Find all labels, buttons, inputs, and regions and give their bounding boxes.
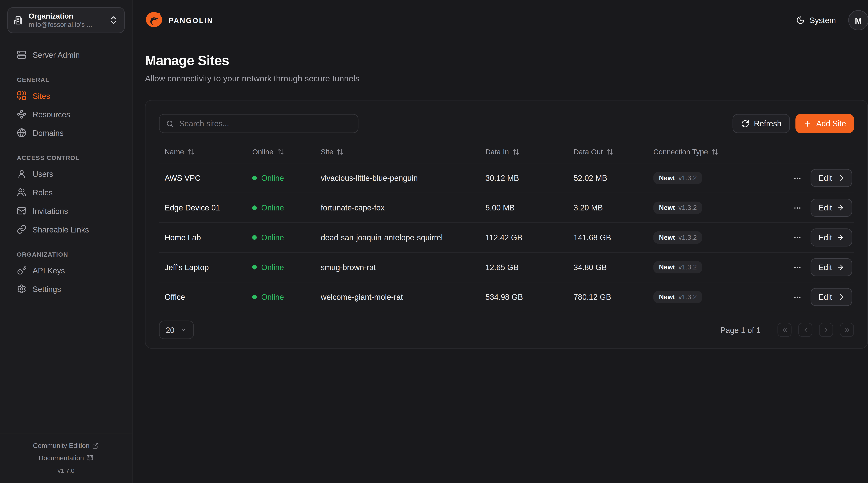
sidebar-item-resources[interactable]: Resources: [9, 105, 122, 124]
cell-data-out: 3.20 MB: [568, 203, 648, 212]
sidebar-item-users[interactable]: Users: [9, 164, 122, 183]
sidebar-item-label: Server Admin: [33, 50, 80, 59]
sidebar-item-settings[interactable]: Settings: [9, 280, 122, 298]
edit-button[interactable]: Edit: [811, 258, 852, 277]
edit-button[interactable]: Edit: [811, 228, 852, 247]
online-status-dot: [252, 205, 257, 210]
edit-button-label: Edit: [818, 263, 832, 272]
column-header-site[interactable]: Site: [315, 148, 479, 156]
link-icon: [17, 225, 26, 234]
next-page-button[interactable]: [819, 323, 833, 337]
column-header-name[interactable]: Name: [159, 148, 247, 156]
refresh-button[interactable]: Refresh: [733, 114, 790, 133]
row-actions-button[interactable]: [791, 231, 804, 244]
column-header-label: Name: [164, 148, 184, 156]
row-actions-button[interactable]: [791, 171, 804, 185]
refresh-label: Refresh: [754, 119, 781, 128]
sort-icon: [337, 148, 344, 156]
column-header-connection-type[interactable]: Connection Type: [648, 148, 777, 156]
avatar-initial: M: [855, 15, 862, 25]
column-header-online[interactable]: Online: [247, 148, 315, 156]
brand-name: PANGOLIN: [168, 16, 213, 25]
plus-icon: [803, 119, 812, 128]
theme-toggle-button[interactable]: System: [796, 16, 836, 25]
sidebar-section-label: GENERAL: [17, 76, 122, 83]
last-page-button[interactable]: [840, 323, 854, 337]
sidebar-item-server-admin[interactable]: Server Admin: [9, 45, 122, 64]
column-header-data-in[interactable]: Data In: [480, 148, 568, 156]
sidebar-item-invitations[interactable]: Invitations: [9, 202, 122, 220]
cell-edit: Edit: [805, 288, 858, 306]
connection-type-version: v1.3.2: [678, 293, 697, 301]
pangolin-logo-icon: [145, 10, 164, 30]
edit-button-label: Edit: [818, 233, 832, 242]
add-site-button[interactable]: Add Site: [796, 114, 854, 133]
chevron-down-icon: [180, 326, 187, 333]
chevrons-right-icon: [843, 326, 850, 333]
table-row: Edge Device 01Onlinefortunate-cape-fox5.…: [159, 193, 854, 223]
sidebar-nav: Server AdminGENERALSitesResourcesDomains…: [7, 33, 125, 298]
row-actions-button[interactable]: [791, 201, 804, 214]
cell-site: fortunate-cape-fox: [315, 203, 479, 212]
mail-check-icon: [17, 206, 26, 216]
row-actions-button[interactable]: [791, 291, 804, 303]
org-selector[interactable]: Organization milo@fossorial.io's ...: [7, 7, 125, 33]
online-status-dot: [252, 176, 257, 180]
sort-icon: [512, 148, 520, 156]
ellipsis-icon: [793, 263, 802, 271]
edit-button[interactable]: Edit: [811, 169, 852, 187]
column-header-data-out[interactable]: Data Out: [568, 148, 648, 156]
cell-name: Edge Device 01: [159, 203, 247, 212]
arrow-right-icon: [837, 233, 844, 241]
users-icon: [17, 188, 26, 197]
sidebar-item-label: Domains: [33, 128, 64, 137]
sidebar-item-shareable-links[interactable]: Shareable Links: [9, 220, 122, 239]
refresh-icon: [741, 119, 749, 128]
sidebar-item-label: Invitations: [33, 206, 68, 215]
key-icon: [17, 266, 26, 275]
arrow-right-icon: [837, 293, 844, 301]
external-link-icon: [92, 442, 99, 449]
edit-button[interactable]: Edit: [811, 199, 852, 217]
search-icon: [166, 119, 174, 128]
search-box: [159, 114, 359, 133]
online-status-label: Online: [261, 233, 284, 242]
connection-type-badge: Newtv1.3.2: [653, 202, 702, 214]
ellipsis-icon: [793, 233, 802, 242]
brand[interactable]: PANGOLIN: [145, 10, 213, 30]
ellipsis-icon: [793, 203, 802, 212]
search-input[interactable]: [179, 119, 351, 128]
sidebar-item-domains[interactable]: Domains: [9, 124, 122, 142]
prev-page-button[interactable]: [798, 323, 812, 337]
connection-type-badge: Newtv1.3.2: [653, 261, 702, 273]
page-title: Manage Sites: [145, 53, 868, 68]
first-page-button[interactable]: [778, 323, 792, 337]
online-status-dot: [252, 295, 257, 299]
cell-data-in: 112.42 GB: [480, 233, 568, 242]
page-size-select[interactable]: 20: [159, 321, 193, 339]
cell-actions: [777, 261, 805, 273]
documentation-label: Documentation: [38, 452, 84, 464]
globe-icon: [17, 128, 26, 137]
sidebar-item-api-keys[interactable]: API Keys: [9, 261, 122, 280]
documentation-link[interactable]: Documentation: [0, 452, 132, 464]
resources-icon: [17, 109, 26, 119]
online-status-dot: [252, 265, 257, 269]
sidebar-section-label: ACCESS CONTROL: [17, 154, 122, 161]
org-selector-subtitle: milo@fossorial.io's ...: [29, 21, 103, 29]
sidebar-item-sites[interactable]: Sites: [9, 87, 122, 105]
edit-button[interactable]: Edit: [811, 288, 852, 306]
connection-type-badge: Newtv1.3.2: [653, 231, 702, 244]
connection-type-badge: Newtv1.3.2: [653, 172, 702, 184]
sidebar-item-label: Shareable Links: [33, 225, 89, 234]
community-edition-link[interactable]: Community Edition: [0, 439, 132, 452]
sidebar-item-label: Settings: [33, 284, 61, 293]
cell-actions: [777, 201, 805, 214]
topbar: PANGOLIN System M: [133, 0, 868, 30]
cell-name: Office: [159, 292, 247, 301]
avatar[interactable]: M: [848, 10, 868, 30]
sidebar-item-roles[interactable]: Roles: [9, 183, 122, 202]
column-header-label: Data In: [485, 148, 509, 156]
row-actions-button[interactable]: [791, 261, 804, 273]
cell-online: Online: [247, 203, 315, 212]
